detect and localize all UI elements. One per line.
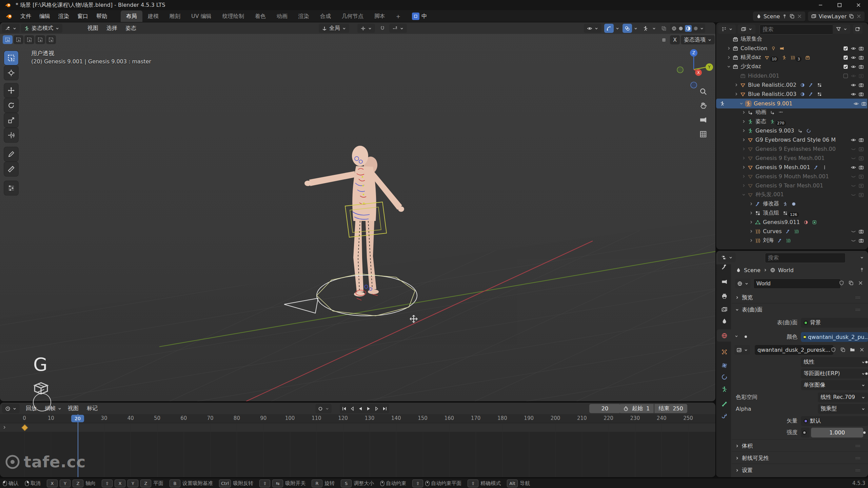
workspace-tab-6[interactable]: 动画 <box>271 11 293 22</box>
play-reverse-button[interactable] <box>358 406 363 411</box>
prev-keyframe-button[interactable] <box>350 406 355 411</box>
keyframe-dot[interactable] <box>745 336 747 338</box>
overlays-toggle[interactable] <box>623 24 632 33</box>
strength-socket[interactable] <box>801 428 810 438</box>
mode-dropdown[interactable]: 姿态模式 <box>21 24 62 33</box>
tool-cursor[interactable] <box>4 66 18 80</box>
cam-toggle-icon[interactable] <box>859 64 864 69</box>
outliner-row[interactable]: 动画 <box>716 108 867 117</box>
viewlayer-selector[interactable]: ViewLayer <box>808 12 865 21</box>
new-collection-button[interactable] <box>853 24 863 34</box>
properties-tab-object-data[interactable] <box>717 383 732 395</box>
check-toggle-icon[interactable] <box>843 64 848 69</box>
outliner-row[interactable]: Genesis9.011 <box>716 218 867 227</box>
jump-to-end-button[interactable] <box>382 406 388 411</box>
jump-to-start-button[interactable] <box>341 406 347 411</box>
minimize-button[interactable] <box>811 0 830 10</box>
eye-toggle-icon[interactable] <box>853 101 859 106</box>
pin-icon[interactable] <box>859 267 865 272</box>
auto-keying-toggle[interactable] <box>315 404 332 413</box>
mirror-x-button[interactable]: X <box>670 35 680 44</box>
workspace-tab-7[interactable]: 渲染 <box>293 11 315 22</box>
pin-icon[interactable] <box>782 14 787 19</box>
expander-icon[interactable] <box>749 211 753 215</box>
properties-tab-physics[interactable] <box>717 359 732 371</box>
camera-view-icon[interactable] <box>699 116 707 124</box>
workspace-tab-5[interactable]: 着色 <box>250 11 271 22</box>
camx-toggle-icon[interactable] <box>859 192 864 198</box>
expander-icon[interactable] <box>727 46 731 50</box>
alpha-select[interactable]: 预乘型 <box>818 404 868 414</box>
outliner-row[interactable]: Genesis 9 Eyelashes Mesh.00 <box>716 144 867 154</box>
copy-icon[interactable] <box>849 14 854 19</box>
eye-toggle-icon[interactable] <box>851 82 856 88</box>
channel-expander-icon[interactable] <box>2 425 7 430</box>
pose-mirror-icon[interactable] <box>660 35 668 44</box>
ortho-grid-icon[interactable] <box>699 130 707 138</box>
expander-icon[interactable] <box>734 92 738 96</box>
app-menu-icon[interactable] <box>5 13 13 20</box>
camx-toggle-icon[interactable] <box>859 183 864 188</box>
object-visibility-dropdown[interactable] <box>584 24 601 33</box>
expander-icon[interactable] <box>742 174 746 179</box>
keyframe-dot[interactable] <box>865 372 868 375</box>
outliner-row[interactable]: Blue Realistic.003 <box>716 89 867 99</box>
source-select[interactable]: 单张图像 <box>801 380 868 390</box>
outliner-row[interactable]: 刘海 <box>716 236 867 245</box>
ime-badge[interactable]: 中 <box>421 13 427 20</box>
outliner-row[interactable]: Hidden.001 <box>716 71 867 80</box>
snap-with-dropdown[interactable] <box>389 24 407 33</box>
eye-toggle-icon[interactable] <box>851 73 856 79</box>
copy-icon[interactable] <box>840 347 846 352</box>
outliner-row[interactable]: Collection <box>716 44 867 53</box>
gizmos-toggle[interactable] <box>604 24 614 33</box>
select-mode-invert[interactable] <box>35 35 45 44</box>
pose-xray-toggle[interactable] <box>641 24 650 33</box>
expander-icon[interactable] <box>742 119 746 124</box>
expander-icon[interactable] <box>742 183 746 188</box>
eye-toggle-icon[interactable] <box>851 55 856 60</box>
cam-toggle-icon[interactable] <box>859 137 864 143</box>
panel-volume[interactable]: 体积 <box>735 441 753 451</box>
unlink-x-icon[interactable] <box>859 347 865 352</box>
timeline-menu-2[interactable]: 视图 <box>64 404 83 413</box>
workspace-tab-4[interactable]: 纹理绘制 <box>217 11 250 22</box>
projection-select[interactable]: 等距圆柱(ERP) <box>801 369 868 379</box>
ime-icon[interactable] <box>412 13 419 20</box>
outliner-row[interactable]: 姿态270 <box>716 117 867 126</box>
keyframe-dot[interactable] <box>865 361 868 363</box>
properties-options-dropdown[interactable] <box>859 253 865 262</box>
world-browse-dropdown[interactable] <box>735 279 751 288</box>
fake-user-shield-icon[interactable] <box>831 347 836 352</box>
properties-tab-object[interactable] <box>717 346 732 358</box>
pivot-point-dropdown[interactable] <box>357 24 375 33</box>
next-keyframe-button[interactable] <box>374 406 379 411</box>
outliner-row[interactable]: 种头发.001 <box>716 190 867 199</box>
eyeclosed-toggle-icon[interactable] <box>851 229 856 234</box>
outliner-row[interactable]: Genesis 9 Eyes Mesh.001 <box>716 154 867 163</box>
breadcrumb-scene[interactable]: Scene <box>744 267 761 273</box>
timeline-ruler[interactable]: 0102030405060708090100110120130140150160… <box>0 414 715 423</box>
world-name-field[interactable] <box>753 279 841 289</box>
color-image-link[interactable]: qwantani_dusk_2_pu... <box>801 332 868 342</box>
panel-ray-visibility[interactable]: 射线可见性 <box>735 453 769 463</box>
outliner-row[interactable]: Genesis 9.003 <box>716 126 867 135</box>
expander-icon[interactable] <box>742 156 746 160</box>
transform-orientation-dropdown[interactable]: 全局 <box>319 24 349 33</box>
timeline-editor-dropdown[interactable] <box>2 404 20 413</box>
tool-scale[interactable] <box>4 113 18 127</box>
properties-tab-scene[interactable] <box>717 315 732 327</box>
pan-hand-icon[interactable] <box>699 102 707 110</box>
start-frame-field[interactable]: 起始1 <box>619 404 654 413</box>
tool-measure[interactable] <box>4 162 18 176</box>
unlink-x-icon[interactable] <box>858 280 863 286</box>
close-button[interactable] <box>849 0 868 10</box>
panel-settings[interactable]: 设置 <box>735 466 753 475</box>
interpolation-select[interactable]: 线性 <box>801 357 868 367</box>
check-toggle-icon[interactable] <box>843 55 848 60</box>
expander-icon[interactable] <box>749 229 753 233</box>
outliner-row[interactable]: 顶点组126 <box>716 208 867 218</box>
cam-toggle-icon[interactable] <box>859 46 864 51</box>
eye-toggle-icon[interactable] <box>851 165 856 170</box>
keyframe-dot[interactable] <box>863 431 866 434</box>
